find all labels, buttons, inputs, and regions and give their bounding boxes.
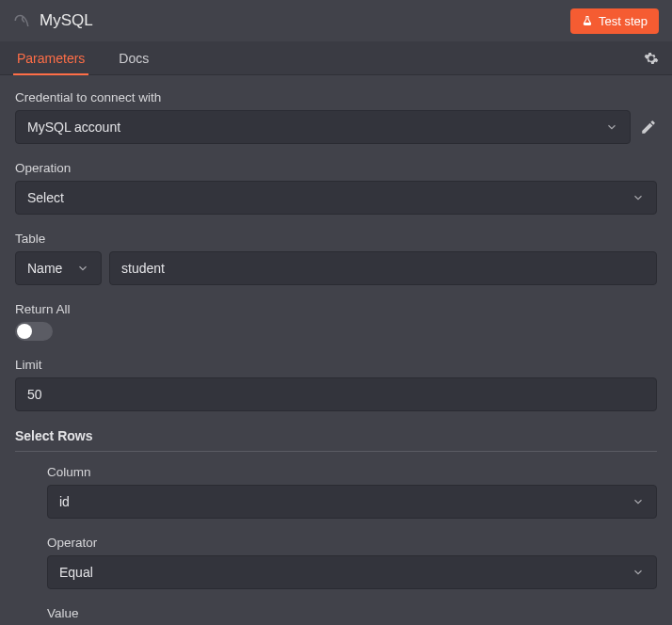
parameters-panel: Credential to connect with MySQL account… <box>0 75 672 625</box>
operation-select[interactable]: Select <box>15 181 657 215</box>
page-title: MySQL <box>40 11 570 30</box>
tab-parameters[interactable]: Parameters <box>13 41 88 75</box>
select-rows-section: Column id Operator Equal Value fx {{ $js… <box>15 465 657 625</box>
table-name-input[interactable] <box>121 252 645 284</box>
toggle-knob <box>17 324 32 339</box>
operation-label: Operation <box>15 161 657 175</box>
value-label: Value <box>47 606 657 620</box>
chevron-down-icon <box>76 262 89 275</box>
tab-docs[interactable]: Docs <box>115 41 152 75</box>
credential-field: Credential to connect with MySQL account <box>15 90 657 144</box>
table-mode-value: Name <box>27 261 62 276</box>
chevron-down-icon <box>632 566 645 579</box>
chevron-down-icon <box>605 120 618 134</box>
operation-field: Operation Select <box>15 161 657 215</box>
table-name-input-wrap <box>109 251 657 285</box>
credential-select[interactable]: MySQL account <box>15 110 631 144</box>
column-select[interactable]: id <box>47 485 657 519</box>
column-value: id <box>59 494 70 509</box>
value-field: Value fx {{ $json.query.id.toInt() }} 1 <box>47 606 657 625</box>
credential-label: Credential to connect with <box>15 90 657 104</box>
return-all-label: Return All <box>15 302 657 316</box>
operator-value: Equal <box>59 565 93 580</box>
column-field: Column id <box>47 465 657 519</box>
column-label: Column <box>47 465 657 479</box>
chevron-down-icon <box>632 495 645 508</box>
limit-field: Limit <box>15 358 657 411</box>
flask-icon <box>582 15 593 26</box>
operator-select[interactable]: Equal <box>47 555 657 589</box>
return-all-field: Return All <box>15 302 657 341</box>
operator-label: Operator <box>47 536 657 550</box>
gear-icon[interactable] <box>644 51 659 66</box>
table-label: Table <box>15 232 657 246</box>
edit-credential-icon[interactable] <box>640 119 657 136</box>
operation-value: Select <box>27 190 64 205</box>
limit-label: Limit <box>15 358 657 372</box>
select-rows-heading: Select Rows <box>15 428 657 452</box>
test-step-button[interactable]: Test step <box>570 8 659 34</box>
tab-bar: Parameters Docs <box>0 41 672 75</box>
mysql-node-icon <box>13 12 30 29</box>
header-bar: MySQL Test step <box>0 0 672 41</box>
limit-input[interactable] <box>27 378 645 410</box>
table-mode-select[interactable]: Name <box>15 251 102 285</box>
chevron-down-icon <box>632 191 645 204</box>
return-all-toggle[interactable] <box>15 322 53 341</box>
test-step-label: Test step <box>599 14 648 28</box>
limit-input-wrap <box>15 377 657 411</box>
table-field: Table Name <box>15 232 657 285</box>
operator-field: Operator Equal <box>47 536 657 589</box>
credential-value: MySQL account <box>27 120 120 135</box>
